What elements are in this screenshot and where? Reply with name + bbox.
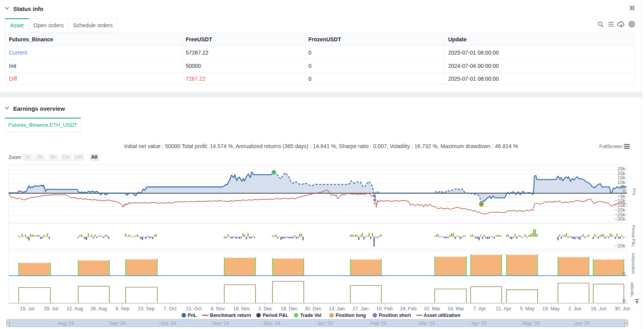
svg-text:19. May: 19. May [542,306,560,311]
svg-text:15. Jul: 15. Jul [20,306,34,311]
svg-text:10. Feb: 10. Feb [376,306,392,311]
svg-text:Oct ′24: Oct ′24 [161,321,176,326]
svg-text:PnL: PnL [188,313,197,318]
svg-text:Position long: Position long [336,313,366,318]
svg-text:21. Oct: 21. Oct [186,306,202,311]
svg-text:24. Feb: 24. Feb [400,306,416,311]
svg-text:Sep ′24: Sep ′24 [109,321,126,326]
svg-text:2. Dec: 2. Dec [258,306,272,311]
svg-text:Feb ′25: Feb ′25 [371,321,387,326]
svg-text:7. Apr: 7. Apr [473,306,486,311]
svg-text:12. Aug: 12. Aug [67,306,83,311]
svg-text:Period P&L: Period P&L [631,225,636,247]
svg-text:30. Jun: 30. Jun [614,306,630,311]
svg-text:27. Jan: 27. Jan [352,306,368,311]
svg-text:Asset utilization: Asset utilization [424,313,460,318]
svg-text:2. Jun: 2. Jun [568,306,581,311]
svg-text:−30k: −30k [615,216,626,222]
svg-text:13. Jan: 13. Jan [329,306,345,311]
svg-text:Period P&L: Period P&L [263,313,289,318]
svg-text:7. Oct: 7. Oct [164,306,177,311]
svg-text:30. Dec: 30. Dec [304,306,321,311]
svg-text:4. Nov: 4. Nov [211,306,225,311]
svg-text:23. Sep: 23. Sep [138,306,155,311]
svg-text:May ′25: May ′25 [523,321,540,326]
svg-text:Benchmark return: Benchmark return [210,313,251,318]
svg-text:Nov ′24: Nov ′24 [213,321,229,326]
svg-text:Position short: Position short [379,313,411,318]
svg-text:Mar ′25: Mar ′25 [419,321,435,326]
svg-text:10. Mar: 10. Mar [424,306,440,311]
svg-text:9. Sep: 9. Sep [115,306,129,311]
svg-text:Dec ′24: Dec ′24 [264,321,280,326]
svg-text:26. Aug: 26. Aug [90,306,107,311]
svg-text:29. Jul: 29. Jul [44,306,58,311]
svg-text:Aug ′24: Aug ′24 [58,321,74,326]
svg-text:0: 0 [623,298,625,304]
svg-text:5. May: 5. May [520,306,535,311]
svg-text:24. Mar: 24. Mar [448,306,464,311]
svg-text:Apr ′25: Apr ′25 [472,321,487,326]
svg-text:vol/position: vol/position [631,253,636,274]
svg-text:0: 0 [623,271,625,276]
svg-text:16. Jun: 16. Jun [591,306,607,311]
svg-text:Trade Vol: Trade Vol [300,313,321,318]
svg-text:Jun ′25: Jun ′25 [574,321,590,326]
svg-text:18. Nov: 18. Nov [233,306,250,311]
svg-text:PnL: PnL [632,188,637,196]
svg-text:−20k: −20k [615,243,626,249]
svg-text:16. Dec: 16. Dec [281,306,297,311]
svg-text:21. Apr: 21. Apr [496,306,511,311]
svg-text:Jan ′25: Jan ′25 [317,321,333,326]
